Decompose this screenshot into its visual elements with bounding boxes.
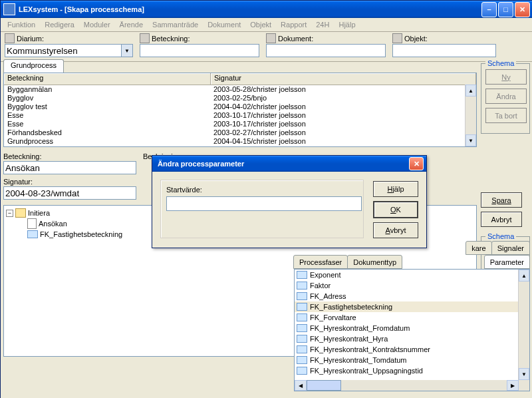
param-row[interactable]: FK_Hyreskontrakt_Fromdatum	[295, 323, 529, 333]
process-listview[interactable]: Beteckning Signatur Bygganmälan2003-05-2…	[3, 73, 477, 147]
schema-group-title: Schema	[485, 59, 516, 67]
param-scrollbar-v[interactable]: ▲ ▼	[518, 270, 529, 391]
close-button[interactable]: ✕	[515, 2, 530, 17]
toolbar: Diarium: ▼ Beteckning: Dokument: Objekt:	[1, 32, 532, 62]
param-row[interactable]: FK_Adress	[295, 291, 529, 301]
minimize-button[interactable]: –	[481, 2, 497, 17]
param-row[interactable]: FK_Hyreskontrakt_Hyra	[295, 333, 529, 344]
list-scrollbar[interactable]: ▲ ▼	[465, 85, 476, 146]
parameter-list[interactable]: ExponentFaktorFK_AdressFK_Fastighetsbete…	[294, 269, 530, 391]
diarium-icon	[5, 33, 15, 43]
dialog-title: Ändra processparameter	[155, 160, 409, 168]
beteckning-toolbar-input[interactable]	[140, 44, 259, 57]
param-row[interactable]: FK_Fastighetsbeteckning	[295, 301, 529, 312]
objekt-input[interactable]	[392, 44, 496, 57]
param-scroll-down[interactable]: ▼	[519, 368, 529, 380]
tab-processfaser[interactable]: Processfaser	[293, 255, 348, 269]
table-row[interactable]: Grundprocess2004-04-15/christer joelsson	[4, 137, 476, 146]
tab-kare[interactable]: kare	[466, 241, 491, 255]
dokument-input[interactable]	[266, 44, 386, 57]
main-titlebar: LEXsystem - [Skapa processchema] – □ ✕	[1, 1, 532, 18]
beteckning-icon	[140, 33, 150, 43]
param-row[interactable]: FK_Hyreskontrakt_Kontraktsnummer	[295, 344, 529, 355]
menu-moduler[interactable]: Moduler	[80, 19, 114, 30]
diarium-label: Diarium:	[17, 35, 44, 43]
folder-icon	[15, 208, 26, 218]
table-row[interactable]: Förhandsbesked2003-02-27/christer joelss…	[4, 128, 476, 137]
menu-hjalp[interactable]: Hjälp	[334, 19, 359, 30]
tree-child-0[interactable]: Ansökan	[39, 220, 67, 228]
table-row[interactable]: Bygganmälan2003-05-28/christer joelsson	[4, 85, 476, 94]
param-scrollbar-h[interactable]: ◀ ▶	[295, 380, 519, 391]
param-row[interactable]: FK_Hyreskontrakt_Tomdatum	[295, 355, 529, 365]
param-icon	[297, 303, 307, 311]
dialog-hjalp-button[interactable]: Hjälp	[373, 181, 418, 197]
param-scroll-left[interactable]: ◀	[295, 380, 307, 391]
tree-child-1[interactable]: FK_Fastighetsbeteckning	[40, 230, 122, 238]
signatur-label: Signatur:	[3, 178, 136, 186]
document-icon	[27, 218, 37, 229]
param-icon	[297, 324, 307, 332]
signatur-input[interactable]	[3, 186, 136, 200]
table-row[interactable]: Bygglov2003-02-25/bnjo	[4, 94, 476, 102]
tab-grundprocess[interactable]: Grundprocess	[3, 59, 64, 73]
param-icon	[297, 292, 307, 300]
dokument-icon	[266, 33, 276, 43]
param-row[interactable]: FK_Hyreskontrakt_Uppsagningstid	[295, 365, 529, 376]
startvarde-label: Startvärde:	[166, 186, 358, 194]
menu-objekt[interactable]: Objekt	[246, 19, 275, 30]
scroll-down[interactable]: ▼	[466, 134, 476, 146]
beteckning-input[interactable]	[3, 161, 136, 174]
tabort-button[interactable]: Ta bort	[485, 108, 527, 123]
scroll-up[interactable]: ▲	[466, 85, 476, 97]
dialog-avbryt-button[interactable]: Avbryt	[373, 222, 418, 238]
diarium-input[interactable]	[5, 44, 122, 57]
tab-dokumenttyp[interactable]: Dokumenttyp	[347, 255, 402, 269]
maximize-button[interactable]: □	[498, 2, 513, 17]
andra-button[interactable]: Ändra	[485, 89, 527, 104]
tree-root[interactable]: Initiera	[28, 209, 50, 217]
param-scroll-up[interactable]: ▲	[519, 270, 529, 282]
param-icon	[297, 282, 307, 290]
menu-funktion[interactable]: Funktion	[3, 19, 39, 30]
menu-24h[interactable]: 24H	[312, 19, 333, 30]
param-icon	[297, 345, 307, 353]
tab-parameter[interactable]: Parameter	[484, 255, 530, 269]
param-scroll-thumb[interactable]	[307, 380, 341, 391]
dokument-label: Dokument:	[278, 35, 313, 43]
menu-arende[interactable]: Ärende	[116, 19, 147, 30]
param-row[interactable]: Exponent	[295, 270, 529, 280]
param-row[interactable]: Faktor	[295, 280, 529, 291]
scroll-corner	[519, 380, 529, 391]
avbryt-button[interactable]: Avbryt	[481, 212, 522, 227]
param-icon	[297, 367, 307, 375]
menu-rapport[interactable]: Rapport	[277, 19, 311, 30]
table-row[interactable]: Bygglov test2004-04-02/christer joelsson	[4, 102, 476, 111]
param-scroll-right[interactable]: ▶	[507, 380, 519, 391]
tree-toggle[interactable]: −	[6, 210, 13, 217]
col-signatur[interactable]: Signatur	[211, 73, 476, 85]
dialog-close-button[interactable]: ✕	[409, 157, 424, 170]
dialog-ok-button[interactable]: OK	[373, 201, 418, 218]
ny-button[interactable]: Ny	[485, 69, 527, 85]
startvarde-input[interactable]	[166, 196, 362, 211]
diarium-dropdown[interactable]: ▼	[122, 44, 133, 57]
schema2-title: Schema	[485, 232, 516, 240]
col-beteckning[interactable]: Beteckning	[4, 73, 211, 85]
param-icon	[297, 356, 307, 364]
app-icon	[3, 3, 15, 15]
menu-dokument[interactable]: Dokument	[203, 19, 245, 30]
param-row[interactable]: FK_Forvaltare	[295, 312, 529, 323]
menu-sammantrade[interactable]: Sammanträde	[148, 19, 202, 30]
table-row[interactable]: Esse2003-10-17/christer joelsson	[4, 111, 476, 120]
param-icon	[297, 313, 307, 321]
objekt-icon	[392, 33, 402, 43]
spara-button[interactable]: Spara	[481, 192, 522, 208]
table-row[interactable]: Esse2003-10-17/christer joelsson	[4, 120, 476, 128]
objekt-label: Objekt:	[404, 35, 428, 43]
beteckning-toolbar-label: Beteckning:	[152, 35, 190, 43]
param-icon	[297, 335, 307, 343]
menu-redigera[interactable]: Redigera	[41, 19, 78, 30]
tab-signaler[interactable]: Signaler	[491, 241, 530, 255]
dialog-andra-processparameter: Ändra processparameter ✕ Startvärde: Hjä…	[152, 155, 427, 248]
